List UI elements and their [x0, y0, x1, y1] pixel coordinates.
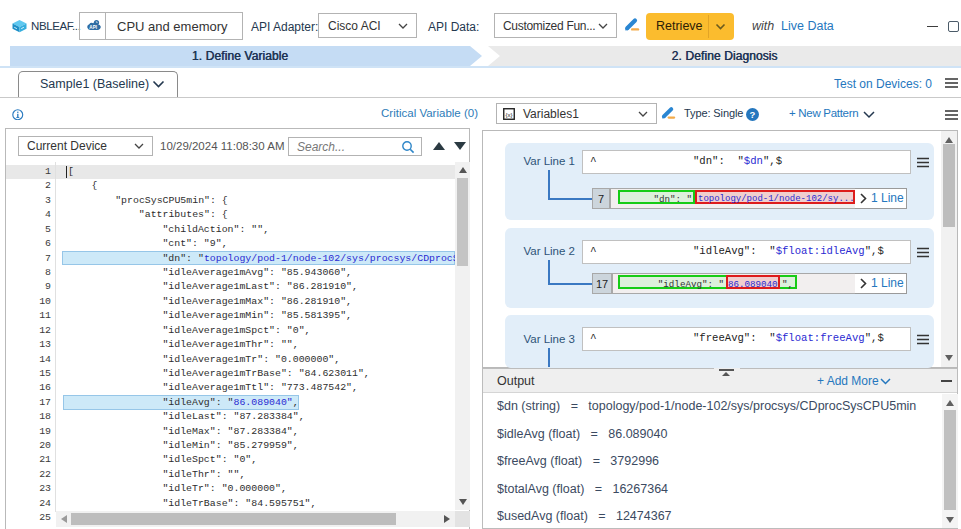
svg-text:{x}: {x} [505, 112, 512, 118]
svg-text:API: API [89, 25, 97, 30]
